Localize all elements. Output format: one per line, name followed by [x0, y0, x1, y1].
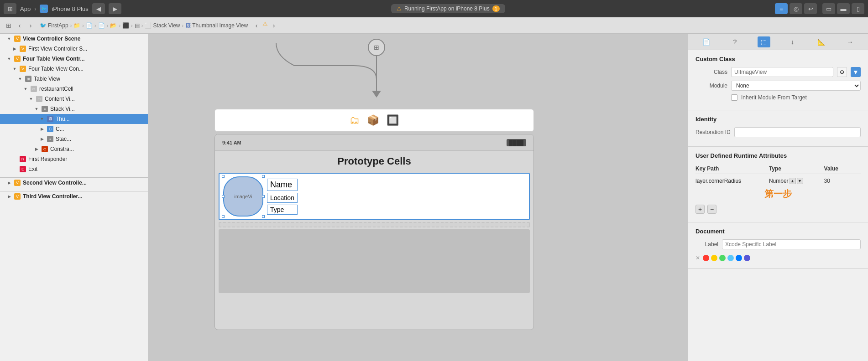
sidebar-item-third-vc[interactable]: ▶ V Third View Controller... [0, 191, 148, 201]
restoration-id-row: Restoration ID [695, 127, 861, 137]
sidebar-item-stack-view[interactable]: ▼ ≡ Stack Vi... [0, 104, 148, 114]
breadcrumb-next-button[interactable]: › [26, 21, 36, 31]
color-dot-red[interactable] [703, 255, 709, 261]
sidebar-item-second-vc[interactable]: ▶ V Second View Controlle... [0, 178, 148, 188]
bc-firstapp-icon: 🐦 [39, 22, 47, 29]
sidebar-item-stac[interactable]: ▶ ≡ Stac... [0, 134, 148, 144]
color-dot-lightblue[interactable] [727, 255, 734, 261]
nav-forward-button[interactable]: ▶ [109, 3, 121, 14]
toggle-first-vc[interactable]: ▶ [12, 46, 17, 51]
sidebar-item-first-vc[interactable]: ▶ V First View Controller S... [0, 44, 148, 54]
run-label: Running FirstApp on iPhone 8 Plus [404, 5, 490, 12]
sidebar-item-constraint[interactable]: ▶ C Constra... [0, 144, 148, 154]
stepper-up-1[interactable]: ▲ [790, 178, 796, 184]
cell-name-label: Name [267, 179, 298, 191]
bc-thumbnail[interactable]: 🖼 Thumbnail Image View [185, 22, 248, 29]
rp-tab-arrow-right[interactable]: → [844, 36, 857, 47]
document-title: Document [695, 228, 861, 235]
module-select[interactable]: None [731, 81, 861, 91]
color-dot-blue[interactable] [736, 255, 742, 261]
app-label: App [20, 5, 31, 12]
bc-file3[interactable]: 📂 [110, 22, 117, 29]
inherit-checkbox[interactable] [731, 94, 737, 101]
restoration-id-label: Restoration ID [695, 129, 731, 135]
app-icon: 🐦 [40, 5, 48, 13]
toggle-c[interactable]: ▶ [39, 127, 45, 131]
bc-folder[interactable]: 📁 [73, 22, 80, 29]
color-dot-yellow[interactable] [711, 255, 717, 261]
breadcrumb-prev-button[interactable]: ‹ [15, 21, 25, 31]
bc-thumbnail-label: Thumbnail Image View [192, 22, 248, 29]
bc-sep-2: › [82, 23, 84, 28]
toggle-thumbnail[interactable]: ▼ [39, 117, 45, 121]
sidebar-item-restaurant-cell[interactable]: ▼ C restaurantCell [0, 84, 148, 94]
bc-file1[interactable]: 📄 [86, 22, 93, 29]
toggle-constraint[interactable]: ▶ [34, 147, 39, 151]
sidebar-item-first-responder[interactable]: R First Responder [0, 154, 148, 164]
grid-button[interactable]: ⊞ [4, 3, 16, 14]
stepper-down-1[interactable]: ▼ [797, 178, 803, 184]
layout-btn-3[interactable]: ↩ [804, 3, 817, 14]
sidebar-item-four-table-inner[interactable]: ▼ V Four Table View Con... [0, 64, 148, 74]
bc-sep-3: › [94, 23, 96, 28]
bc-firstapp[interactable]: 🐦 FirstApp [39, 22, 68, 29]
class-dropdown-button[interactable]: ▼ [851, 67, 861, 77]
toggle-four-table-inner[interactable]: ▼ [12, 67, 17, 71]
remove-attr-button[interactable]: − [707, 205, 716, 214]
add-remove-row: + − [695, 202, 861, 217]
handle-tl [222, 175, 225, 178]
sidebar-item-thumbnail[interactable]: ▼ 🖼 Thu... [0, 114, 148, 124]
sidebar-item-c[interactable]: ▶ C C... [0, 124, 148, 134]
layout-btn-6[interactable]: ▯ [852, 3, 864, 14]
color-dot-purple[interactable] [744, 255, 750, 261]
inherit-label: Inherit Module From Target [741, 94, 807, 101]
class-goto-button[interactable]: ⊙ [837, 67, 847, 77]
sidebar-item-exit[interactable]: E Exit [0, 164, 148, 174]
bc-file2[interactable]: 📄 [98, 22, 105, 29]
sidebar-item-content-view[interactable]: ▼ □ Content Vi... [0, 94, 148, 104]
layout-btn-1[interactable]: ≡ [775, 3, 788, 14]
sidebar-item-vc-scene[interactable]: ▼ V View Controller Scene [0, 34, 148, 44]
toggle-four-table-vc[interactable]: ▼ [6, 57, 12, 61]
layout-btn-2[interactable]: ◎ [790, 3, 802, 14]
rp-tab-arrow[interactable]: ↓ [786, 36, 799, 47]
bc-file4[interactable]: ⬛ [122, 22, 129, 29]
layout-btn-4[interactable]: ▭ [822, 3, 835, 14]
restoration-id-input[interactable] [734, 127, 861, 137]
module-row: Module None [695, 81, 861, 91]
bc-file2-icon: 📄 [98, 22, 105, 29]
toggle-content-view[interactable]: ▼ [28, 97, 34, 101]
rp-tab-doc[interactable]: 📄 [700, 36, 713, 47]
image-placeholder: imageVi [223, 176, 263, 217]
toggle-second-vc[interactable]: ▶ [6, 180, 12, 185]
sidebar-item-table-view[interactable]: ▼ ⊞ Table View [0, 74, 148, 84]
rp-tab-help[interactable]: ? [729, 36, 742, 47]
breadcrumb-back-button[interactable]: ⊞ [4, 21, 14, 31]
attr-value-1: 30 [824, 178, 861, 184]
document-section: Document Label ✕ [688, 222, 868, 269]
icon-second-vc: V [14, 179, 21, 186]
add-attr-button[interactable]: + [695, 205, 705, 214]
rp-tab-inspect[interactable]: ⬚ [758, 36, 770, 47]
toggle-table-view[interactable]: ▼ [17, 77, 23, 81]
bc-right-arrow[interactable]: › [269, 21, 279, 31]
identity-section: Identity Restoration ID [688, 110, 868, 147]
bc-left-arrow[interactable]: ‹ [251, 21, 261, 31]
toggle-third-vc[interactable]: ▶ [6, 194, 12, 199]
icon-first-vc: V [19, 45, 26, 52]
toggle-stac[interactable]: ▶ [39, 137, 45, 141]
layout-btn-5[interactable]: ▬ [837, 3, 850, 14]
sidebar-item-four-table-vc[interactable]: ▼ V Four Table View Contr... [0, 54, 148, 64]
toggle-stack-view[interactable]: ▼ [34, 107, 39, 111]
nav-back-button[interactable]: ◀ [92, 3, 105, 14]
bc-stackview[interactable]: ⬜ Stack View [145, 22, 180, 29]
class-input[interactable] [731, 67, 833, 77]
close-x-button[interactable]: ✕ [695, 255, 700, 261]
bc-file5[interactable]: ▤ [135, 22, 140, 29]
rp-tab-ruler[interactable]: 📐 [815, 36, 828, 47]
color-dot-green[interactable] [719, 255, 726, 261]
toggle-restaurant-cell[interactable]: ▼ [23, 87, 28, 91]
doc-label-input[interactable] [722, 239, 861, 249]
toggle-vc-scene[interactable]: ▼ [6, 36, 12, 41]
table-cell: imageVi Name Location Type [219, 173, 530, 220]
